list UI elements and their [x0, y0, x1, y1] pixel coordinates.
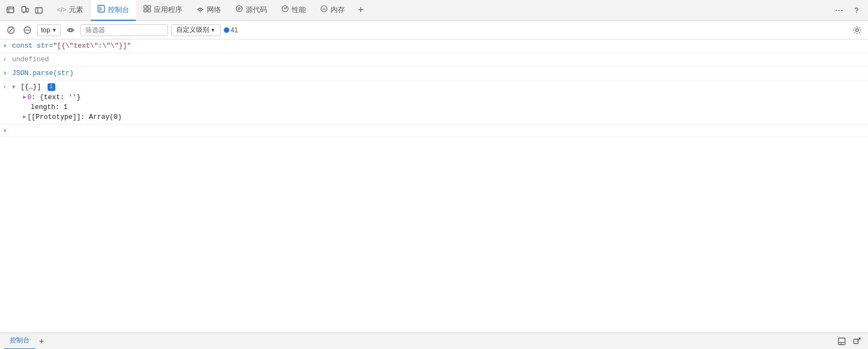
device-icon[interactable] — [19, 4, 31, 16]
svg-rect-0 — [7, 7, 14, 13]
count-dot-icon — [224, 27, 229, 33]
tab-end-icons: ⋯ ? — [832, 3, 864, 18]
svg-rect-31 — [838, 338, 845, 345]
console-entry-3: › JSON.parse(str) — [0, 67, 868, 81]
length-text: length: 1 — [31, 104, 68, 111]
array-prototype-row: [[Prototype]]: Array(0) — [23, 112, 866, 122]
svg-line-23 — [284, 8, 285, 9]
log-level-dropdown[interactable]: 自定义级别 ▼ — [171, 24, 221, 36]
bottom-end-icons — [835, 335, 864, 348]
entry-content-1: const str="[{\"text\":\"\"}]" — [10, 41, 868, 52]
entry-gutter-2: ‹ — [0, 54, 10, 64]
tab-element-label: 元素 — [69, 5, 83, 15]
svg-line-35 — [857, 338, 860, 341]
svg-rect-15 — [148, 9, 151, 12]
console-prompt: › — [0, 124, 868, 137]
context-value: top — [41, 26, 50, 34]
undock-icon[interactable] — [850, 335, 864, 348]
svg-rect-4 — [26, 8, 28, 12]
message-count: 41 — [224, 26, 238, 34]
inspect-icon[interactable] — [4, 4, 16, 16]
entry-text-1: const str="[{\"text\":\"\"}]" — [12, 42, 131, 50]
filter-input[interactable] — [80, 24, 168, 36]
ban-button[interactable] — [21, 24, 34, 37]
entry-gutter-4: ‹ — [0, 82, 10, 91]
svg-point-5 — [24, 12, 25, 13]
more-icon[interactable]: ⋯ — [832, 3, 846, 18]
bottom-add-tab-button[interactable]: + — [35, 335, 48, 348]
prompt-content[interactable] — [10, 125, 868, 135]
bottom-tab-console[interactable]: 控制台 — [4, 333, 35, 350]
svg-point-16 — [200, 12, 201, 13]
network-icon — [196, 5, 204, 14]
tab-memory-label: 内存 — [331, 5, 345, 15]
entry-text-2: undefined — [12, 56, 49, 64]
console-entry-4: ‹ [{…}] i 0: {text: ''} length: 1 — [0, 81, 868, 124]
tab-source-label: 源代码 — [246, 5, 267, 15]
array-children: 0: {text: ''} length: 1 [[Prototype]]: A… — [12, 93, 866, 122]
console-toolbar: top ▼ 自定义级别 ▼ 41 — [0, 21, 868, 39]
dock-icon[interactable] — [835, 335, 848, 348]
entry-text-3: JSON.parse(str) — [12, 70, 74, 77]
tab-bar: </> 元素 控制台 应用程序 — [0, 0, 868, 21]
prototype-expand-icon[interactable] — [23, 112, 26, 122]
settings-button[interactable] — [850, 24, 864, 37]
bottom-console-label: 控制台 — [10, 336, 30, 345]
child-0-expand-icon[interactable] — [23, 93, 26, 102]
log-level-label: 自定义级别 — [176, 25, 209, 35]
add-tab-icon[interactable]: + — [355, 4, 367, 16]
svg-line-26 — [9, 28, 13, 32]
bottom-bar: 控制台 + — [0, 333, 868, 349]
console-icon — [97, 5, 105, 14]
tab-perf-label: 性能 — [292, 5, 306, 15]
tab-perf[interactable]: 性能 — [275, 0, 313, 21]
svg-rect-14 — [144, 9, 147, 12]
sidebar-icon[interactable] — [33, 4, 45, 16]
perf-icon — [281, 5, 289, 14]
context-selector[interactable]: top ▼ — [37, 24, 61, 36]
tab-source[interactable]: 源代码 — [229, 0, 274, 21]
tab-app[interactable]: 应用程序 — [137, 0, 189, 21]
app-icon — [143, 5, 151, 14]
svg-point-29 — [69, 28, 72, 31]
console-output: › const str="[{\"text\":\"\"}]" ‹ undefi… — [0, 39, 868, 333]
tab-memory[interactable]: 内存 — [314, 0, 351, 21]
child-0-text: 0: {text: ''} — [27, 93, 81, 102]
tab-console[interactable]: 控制台 — [91, 0, 136, 21]
svg-rect-13 — [148, 5, 151, 8]
tab-console-label: 控制台 — [108, 5, 129, 15]
memory-icon — [320, 5, 328, 14]
entry-gutter-1: › — [0, 41, 10, 50]
tab-network[interactable]: 网络 — [190, 0, 228, 21]
entry-gutter-3: › — [0, 68, 10, 77]
prompt-gutter: › — [0, 125, 10, 135]
prototype-text: [[Prototype]]: Array(0) — [27, 112, 122, 122]
dropdown-arrow-icon: ▼ — [52, 27, 57, 33]
console-entry-1: › const str="[{\"text\":\"\"}]" — [0, 39, 868, 53]
svg-line-22 — [285, 7, 287, 9]
entry-content-3: JSON.parse(str) — [10, 68, 868, 79]
count-value: 41 — [231, 26, 238, 34]
entry-content-4: [{…}] i 0: {text: ''} length: 1 [[Protot… — [10, 82, 868, 123]
array-child-0: 0: {text: ''} — [23, 93, 866, 102]
eye-button[interactable] — [64, 24, 77, 37]
entry-content-2: undefined — [10, 54, 868, 65]
svg-rect-12 — [144, 5, 147, 8]
array-collapse-icon[interactable] — [12, 83, 15, 93]
log-level-arrow-icon: ▼ — [211, 27, 216, 33]
array-root-row: [{…}] i — [12, 82, 866, 93]
array-label: [{…}] — [21, 83, 42, 91]
tab-element[interactable]: </> 元素 — [50, 0, 90, 21]
tab-icon-group — [4, 4, 45, 16]
svg-rect-3 — [22, 7, 26, 12]
array-length-row: length: 1 — [23, 102, 866, 112]
tab-network-label: 网络 — [207, 5, 221, 15]
svg-point-30 — [856, 28, 859, 31]
source-icon — [235, 5, 243, 14]
help-icon[interactable]: ? — [849, 3, 864, 18]
svg-rect-6 — [36, 8, 42, 13]
info-badge: i — [48, 83, 55, 91]
element-icon: </> — [57, 6, 66, 14]
console-entry-2: ‹ undefined — [0, 53, 868, 67]
clear-console-button[interactable] — [4, 24, 18, 37]
